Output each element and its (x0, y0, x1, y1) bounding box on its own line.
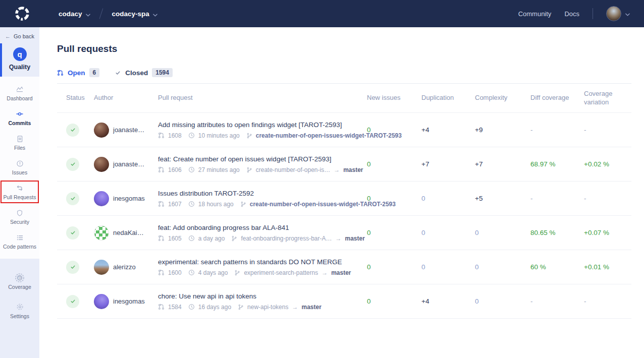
arrow-right-icon: → (321, 269, 328, 276)
pull-request-icon (158, 132, 165, 139)
files-icon (16, 135, 24, 143)
column-complexity: Complexity (475, 94, 530, 102)
pr-meta: 1607 18 hours ago create-number-of-open-… (158, 201, 360, 208)
pr-title[interactable]: chore: Use new api in api tokens (158, 292, 360, 300)
sidebar-nav: Dashboard Commits Files Issues Pull Requ… (0, 77, 39, 259)
docs-link[interactable]: Docs (564, 10, 579, 18)
diff-coverage-value: 80.65 % (530, 229, 584, 236)
status-success-icon (66, 192, 79, 205)
table-header: Status Author Pull request New issues Du… (57, 84, 631, 113)
table-row[interactable]: inesgomas chore: Use new api in api toke… (57, 284, 631, 319)
pr-time: 4 days ago (198, 269, 228, 276)
target-branch: master (301, 304, 321, 311)
coverage-variation-value: +0.02 % (584, 160, 631, 168)
sidebar-item-settings[interactable]: Settings (0, 296, 39, 325)
go-back-button[interactable]: ← Go back (0, 33, 39, 39)
column-new-issues: New issues (367, 94, 421, 102)
tab-open-label: Open (68, 69, 85, 77)
new-issues-value: 0 (367, 263, 421, 271)
topbar: codacy codacy-spa Community Docs (0, 0, 644, 27)
status-success-icon (66, 226, 79, 240)
pr-title[interactable]: feat: Add onboarding progress bar ALA-84… (158, 224, 360, 231)
author-avatar (94, 225, 109, 241)
open-count-badge: 6 (89, 68, 100, 77)
new-issues-value: 0 (367, 229, 421, 236)
clock-icon (188, 201, 195, 207)
sidebar-item-files[interactable]: Files (0, 130, 39, 155)
pr-time: 27 minutes ago (198, 166, 240, 173)
coverage-variation-value: +0.07 % (584, 229, 631, 236)
tab-open[interactable]: Open 6 (57, 68, 99, 77)
table-row[interactable]: alerizzo experimental: search patterns i… (57, 250, 631, 284)
branch-icon (246, 133, 252, 139)
pr-title[interactable]: Add missing attributes to open findings … (158, 121, 360, 129)
new-issues-value: 0 (367, 297, 421, 305)
column-duplication: Duplication (421, 94, 475, 102)
pr-number: 1607 (168, 201, 182, 208)
pr-number: 1605 (168, 235, 182, 242)
complexity-value: 0 (475, 263, 530, 271)
issues-icon (16, 159, 24, 168)
sidebar-item-commits[interactable]: Commits (0, 105, 39, 130)
new-issues-value: 0 (367, 160, 421, 168)
diff-coverage-value: - (530, 195, 584, 202)
author-name: inesgomas (113, 195, 145, 202)
pr-meta: 1584 16 days ago new-api-tokens → master (158, 304, 360, 311)
clock-icon (188, 132, 195, 139)
table-row[interactable]: inesgomas Issues distribution TAROT-2592… (57, 182, 631, 216)
duplication-value: 0 (421, 263, 475, 271)
tab-closed[interactable]: Closed 1594 (115, 68, 173, 77)
svg-text:C: C (18, 276, 21, 280)
table-row[interactable]: joanaste… Add missing attributes to open… (57, 113, 631, 147)
branch-icon (231, 235, 237, 242)
duplication-value: 0 (421, 229, 475, 236)
codacy-logo-icon[interactable] (14, 6, 30, 22)
quality-icon: q (13, 47, 27, 61)
duplication-value: +4 (421, 297, 475, 305)
pr-meta: 1600 4 days ago experiment-search-patter… (158, 269, 360, 276)
pr-title[interactable]: Issues distribution TAROT-2592 (158, 190, 360, 197)
quality-section-header[interactable]: q Quality (0, 43, 39, 77)
repo-switcher[interactable]: codacy-spa (112, 10, 157, 18)
user-menu[interactable] (606, 6, 630, 21)
duplication-value: 0 (421, 195, 475, 202)
check-icon (115, 70, 121, 76)
sidebar-item-pull-requests[interactable]: Pull Requests (0, 180, 39, 204)
topbar-divider (593, 8, 593, 19)
table-row[interactable]: joanaste… feat: Create number of open is… (57, 147, 631, 182)
branch-icon (234, 270, 240, 276)
coverage-variation-value: +0.01 % (584, 263, 631, 271)
sidebar-bottom-nav: C Coverage Settings (0, 259, 39, 325)
pr-time: a day ago (198, 235, 225, 242)
pull-request-icon (158, 201, 165, 207)
duplication-value: +4 (421, 126, 475, 134)
branch-icon (238, 304, 244, 310)
diff-coverage-value: - (530, 126, 584, 134)
diff-coverage-value: 60 % (530, 263, 584, 271)
commits-icon (16, 110, 24, 118)
duplication-value: +7 (421, 160, 475, 168)
pr-title[interactable]: experimental: search patterns in standar… (158, 258, 360, 266)
sidebar-item-dashboard[interactable]: Dashboard (0, 81, 39, 105)
new-issues-value: 0 (367, 195, 421, 202)
pr-title[interactable]: feat: Create number of open issues widge… (158, 155, 360, 163)
tab-closed-label: Closed (125, 69, 148, 77)
community-link[interactable]: Community (518, 10, 552, 18)
sidebar-item-code-patterns[interactable]: Code patterns (0, 229, 39, 254)
org-switcher[interactable]: codacy (59, 10, 90, 18)
sidebar-item-coverage[interactable]: C Coverage (0, 267, 39, 296)
column-diff-coverage: Diff coverage (530, 94, 584, 102)
branch-icon (246, 167, 252, 173)
status-success-icon (66, 261, 79, 274)
pull-request-icon (158, 235, 165, 242)
diff-coverage-value: - (530, 297, 584, 305)
pr-number: 1600 (168, 269, 182, 276)
security-icon (16, 209, 23, 217)
clock-icon (188, 166, 195, 173)
sidebar-item-issues[interactable]: Issues (0, 155, 39, 180)
author-name: joanaste… (113, 160, 144, 168)
dashboard-icon (16, 85, 24, 94)
status-success-icon (66, 158, 79, 171)
table-row[interactable]: nedaKai… feat: Add onboarding progress b… (57, 216, 631, 250)
sidebar-item-security[interactable]: Security (0, 204, 39, 229)
